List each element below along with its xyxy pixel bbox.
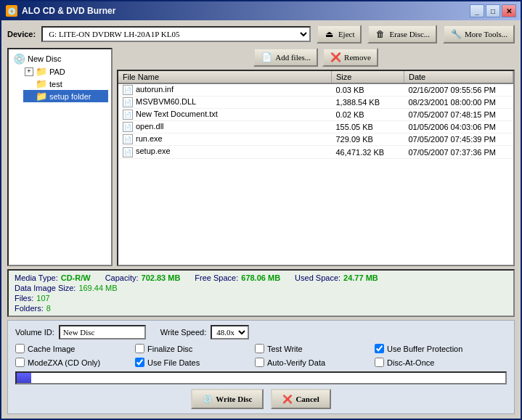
more-tools-label: More Tools... <box>465 30 507 38</box>
eject-icon: ⏏ <box>324 28 335 40</box>
remove-button[interactable]: ❌ Remove <box>322 48 378 67</box>
tree-item-label: test <box>49 80 62 88</box>
file-date-cell: 07/05/2007 07:37:36 PM <box>404 146 513 158</box>
main-window: 💿 ALO CD & DVD Burner _ □ ✕ Device: G: L… <box>0 0 522 420</box>
remove-label: Remove <box>344 53 371 62</box>
file-size-cell: 729.09 KB <box>332 133 404 146</box>
add-files-button[interactable]: 📄 Add files... <box>253 48 318 67</box>
file-size-cell: 0.03 KB <box>332 83 404 96</box>
table-row[interactable]: 📄MSVBVM60.DLL 1,388.54 KB 08/23/2001 08:… <box>118 96 513 109</box>
volume-id-label: Volume ID: <box>15 328 54 337</box>
file-date-cell: 01/05/2006 04:03:06 PM <box>404 121 513 133</box>
maximize-button[interactable]: □ <box>486 4 500 17</box>
tree-item-test[interactable]: 📁 test <box>23 78 108 90</box>
progress-bar-fill <box>17 373 31 383</box>
status-row-1: Media Type: CD-R/W Capacity: 702.83 MB F… <box>15 273 507 282</box>
folders-value: 8 <box>46 304 51 313</box>
file-icon: 📄 <box>123 110 133 120</box>
cache-image-checkbox[interactable] <box>15 344 25 353</box>
file-table: File Name Size Date 📄autorun.inf 0.03 KB… <box>118 71 513 159</box>
file-name-cell: 📄open.dll <box>118 121 332 133</box>
tree-item-setup-folder[interactable]: 📁 setup folder <box>23 90 108 102</box>
device-select[interactable]: G: LITE-ON DVDRW LH-20A1P KL05 <box>41 26 311 42</box>
file-size-cell: 0.02 KB <box>332 109 404 121</box>
action-buttons: 💿 Write Disc ❌ Cancel <box>15 389 507 409</box>
files-item: Files: 107 <box>15 294 50 302</box>
folder-icon: 📁 <box>36 66 47 77</box>
write-speed-select[interactable]: 48.0x 40.0x 32.0x 24.0x 16.0x 8.0x <box>211 325 249 339</box>
status-row-3: Files: 107 <box>15 294 507 302</box>
file-date-cell: 07/05/2007 07:45:39 PM <box>404 133 513 146</box>
expander-icon[interactable]: + <box>25 67 33 76</box>
progress-bar <box>15 371 507 384</box>
add-files-label: Add files... <box>275 53 311 62</box>
file-size-cell: 46,471.32 KB <box>332 146 404 158</box>
capacity-label: Capacity: <box>105 273 139 282</box>
write-disc-button[interactable]: 💿 Write Disc <box>191 389 264 409</box>
capacity-item: Capacity: 702.83 MB <box>105 273 181 282</box>
bottom-area: Volume ID: Write Speed: 48.0x 40.0x 32.0… <box>7 320 515 414</box>
tree-item-label: New Disc <box>28 54 61 63</box>
title-bar: 💿 ALO CD & DVD Burner _ □ ✕ <box>1 1 521 20</box>
table-row[interactable]: 📄setup.exe 46,471.32 KB 07/05/2007 07:37… <box>118 146 513 158</box>
auto-verify-checkbox[interactable] <box>255 358 264 367</box>
checkbox-cache-image: Cache Image <box>15 344 135 353</box>
minimize-button[interactable]: _ <box>470 4 484 17</box>
modezxa-label: ModeZXA (CD Only) <box>28 358 100 367</box>
eject-button[interactable]: ⏏ Eject <box>317 25 362 44</box>
erase-icon: 🗑 <box>375 28 386 40</box>
table-row[interactable]: 📄New Text Document.txt 0.02 KB 07/05/200… <box>118 109 513 121</box>
table-row[interactable]: 📄open.dll 155.05 KB 01/05/2006 04:03:06 … <box>118 121 513 133</box>
col-filename[interactable]: File Name <box>118 71 332 83</box>
used-space-label: Used Space: <box>295 273 340 282</box>
use-buffer-label: Use Buffer Protection <box>387 345 462 353</box>
folders-label: Folders: <box>15 304 44 313</box>
file-icon: 📄 <box>123 147 133 157</box>
finalize-disc-checkbox[interactable] <box>135 344 144 353</box>
col-date[interactable]: Date <box>404 71 513 83</box>
media-type-item: Media Type: CD-R/W <box>15 273 91 282</box>
cancel-label: Cancel <box>295 395 319 403</box>
tree-panel[interactable]: 💿 New Disc + 📁 PAD 📁 test <box>7 48 113 266</box>
file-icon: 📄 <box>123 122 133 132</box>
disc-at-once-checkbox[interactable] <box>375 358 384 367</box>
cache-image-label: Cache Image <box>28 345 75 353</box>
file-toolbar: 📄 Add files... ❌ Remove <box>117 48 515 67</box>
cancel-icon: ❌ <box>282 395 293 404</box>
tree-item-pad[interactable]: + 📁 PAD <box>23 65 108 78</box>
file-size-cell: 155.05 KB <box>332 121 404 133</box>
free-space-label: Free Space: <box>195 273 238 282</box>
data-image-item: Data Image Size: 169.44 MB <box>15 284 118 292</box>
erase-label: Erase Disc... <box>389 30 430 38</box>
used-space-item: Used Space: 24.77 MB <box>295 273 378 282</box>
free-space-value: 678.06 MB <box>241 273 280 282</box>
volume-id-group: Volume ID: <box>15 325 146 339</box>
eject-label: Eject <box>338 30 355 38</box>
col-size[interactable]: Size <box>332 71 404 83</box>
cancel-button[interactable]: ❌ Cancel <box>271 389 330 409</box>
tree-item-new-disc[interactable]: 💿 New Disc <box>12 52 108 65</box>
erase-disc-button[interactable]: 🗑 Erase Disc... <box>367 25 437 44</box>
table-row[interactable]: 📄autorun.inf 0.03 KB 02/16/2007 09:55:56… <box>118 83 513 96</box>
table-row[interactable]: 📄run.exe 729.09 KB 07/05/2007 07:45:39 P… <box>118 133 513 146</box>
tree-item-label: PAD <box>49 67 65 76</box>
files-label: Files: <box>15 294 33 302</box>
test-write-checkbox[interactable] <box>255 344 264 353</box>
file-panel[interactable]: File Name Size Date 📄autorun.inf 0.03 KB… <box>117 70 515 266</box>
use-buffer-checkbox[interactable] <box>375 344 384 353</box>
remove-icon: ❌ <box>330 52 341 63</box>
close-button[interactable]: ✕ <box>502 4 516 17</box>
media-type-value: CD-R/W <box>61 273 91 282</box>
file-dates-checkbox[interactable] <box>135 358 144 367</box>
file-date-cell: 07/05/2007 07:48:15 PM <box>404 109 513 121</box>
device-label: Device: <box>7 30 36 38</box>
modezxa-checkbox[interactable] <box>15 358 25 367</box>
capacity-value: 702.83 MB <box>142 273 181 282</box>
volume-id-input[interactable] <box>59 325 146 339</box>
file-date-cell: 02/16/2007 09:55:56 PM <box>404 83 513 96</box>
file-name-cell: 📄run.exe <box>118 133 332 146</box>
title-bar-left: 💿 ALO CD & DVD Burner <box>6 5 115 17</box>
file-name-cell: 📄New Text Document.txt <box>118 109 332 121</box>
more-tools-button[interactable]: 🔧 More Tools... <box>443 25 515 44</box>
file-name-cell: 📄MSVBVM60.DLL <box>118 96 332 109</box>
